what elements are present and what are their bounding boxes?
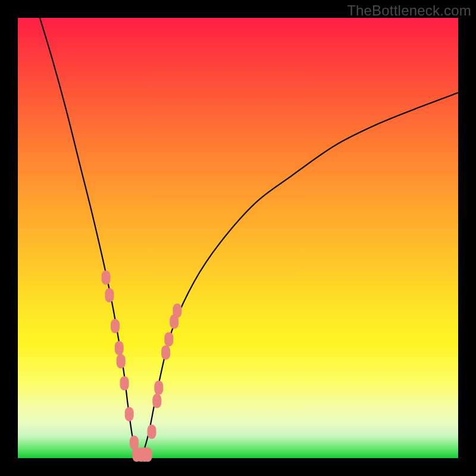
marker xyxy=(105,288,114,302)
curve-layer xyxy=(18,18,458,458)
marker xyxy=(120,376,129,390)
marker xyxy=(143,447,152,462)
chart-frame: TheBottleneck.com xyxy=(0,0,476,476)
marker xyxy=(115,341,124,355)
plot-area xyxy=(18,18,458,458)
marker xyxy=(111,319,120,333)
marker xyxy=(117,354,126,368)
marker xyxy=(164,332,173,346)
marker xyxy=(148,425,156,439)
marker xyxy=(154,381,163,395)
highlighted-points xyxy=(102,271,182,462)
marker xyxy=(173,303,181,318)
marker xyxy=(161,345,170,359)
marker xyxy=(125,407,134,421)
watermark-text: TheBottleneck.com xyxy=(347,2,471,19)
bottleneck-curve xyxy=(40,18,458,461)
marker xyxy=(152,394,161,408)
marker xyxy=(102,271,111,285)
